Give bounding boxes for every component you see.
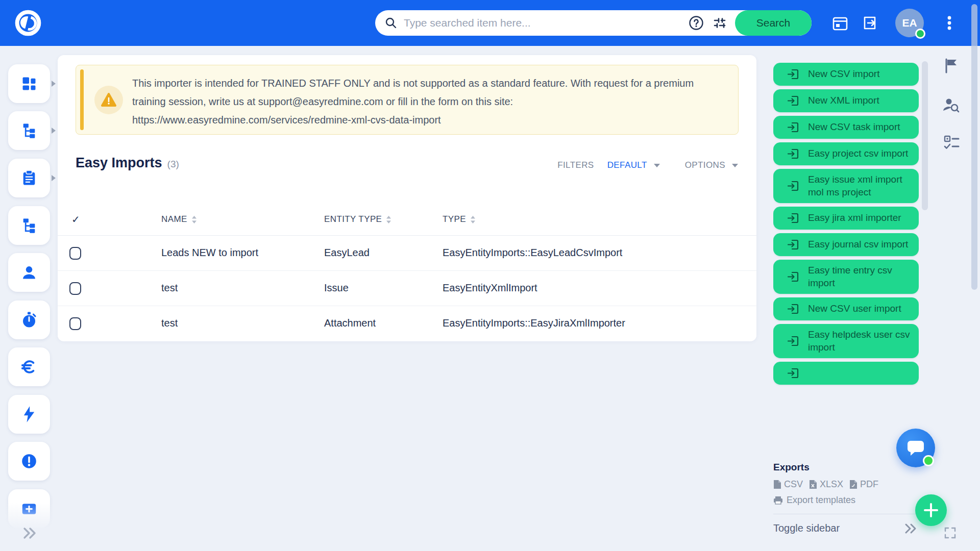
avatar[interactable]: EA	[895, 9, 924, 37]
select-all-check[interactable]: ✓	[71, 213, 80, 226]
user-search-icon[interactable]	[942, 97, 960, 113]
cell-type: EasyEntityXmlImport	[443, 282, 537, 294]
cell-entity-type: Issue	[324, 282, 349, 294]
actions-scrollbar[interactable]	[922, 61, 928, 210]
export-pdf-link[interactable]: PDF	[849, 479, 878, 490]
sidebar-item-hierarchy[interactable]	[8, 206, 50, 245]
warning-icon-wrap	[94, 86, 123, 114]
sidebar-item-money[interactable]	[8, 347, 50, 386]
help-icon[interactable]	[688, 15, 704, 31]
import-icon	[787, 179, 800, 193]
column-header-name[interactable]: NAME	[161, 214, 197, 224]
action-new-csv-user-import[interactable]: New CSV user import	[773, 297, 919, 320]
kebab-menu-icon[interactable]	[943, 14, 955, 32]
double-chevron-right-icon[interactable]	[903, 523, 919, 534]
search-filters-icon[interactable]	[712, 15, 728, 31]
import-actions-panel: New CSV import New XML import New CSV ta…	[773, 63, 919, 467]
plus-icon	[923, 503, 939, 518]
row-checkbox[interactable]	[69, 282, 81, 295]
options-dropdown[interactable]: OPTIONS	[685, 160, 725, 170]
online-status-dot	[915, 29, 925, 39]
sidebar-item-time-tracking[interactable]	[8, 300, 50, 339]
add-button[interactable]	[915, 494, 947, 526]
action-new-xml-import[interactable]: New XML import	[773, 89, 919, 112]
table-row[interactable]: test Issue EasyEntityXmlImport	[58, 271, 756, 306]
action-label: Easy project csv import	[808, 147, 908, 160]
calendar-icon[interactable]	[831, 14, 849, 32]
sort-icon[interactable]	[386, 216, 391, 223]
main-content-panel: This importer is intended for TRAINED ST…	[58, 55, 756, 341]
action-new-csv-task-import[interactable]: New CSV task import	[773, 116, 919, 139]
chevron-down-icon[interactable]	[653, 163, 660, 168]
import-icon	[787, 67, 800, 81]
sort-icon[interactable]	[191, 216, 197, 223]
chat-bubble-icon	[905, 438, 926, 458]
action-easy-issue-xml-import[interactable]: Easy issue xml import mol ms project	[773, 169, 919, 203]
stopwatch-icon	[20, 311, 38, 329]
app-logo-icon[interactable]	[14, 9, 42, 37]
action-label: New CSV task import	[808, 121, 900, 134]
column-header-type[interactable]: TYPE	[443, 214, 476, 224]
filters-label[interactable]: FILTERS	[557, 160, 594, 170]
clipboard-icon	[20, 169, 38, 187]
avatar-initials: EA	[902, 17, 917, 29]
export-xlsx-link[interactable]: XLSX	[809, 479, 843, 490]
cell-entity-type: EasyLead	[324, 247, 370, 259]
chevron-right-icon[interactable]	[51, 80, 57, 87]
sidebar-item-projects[interactable]	[8, 111, 50, 150]
sidebar-item-tasks[interactable]	[8, 159, 50, 197]
search-icon	[384, 16, 398, 30]
action-clipped[interactable]	[773, 362, 919, 385]
export-templates-link[interactable]: Export templates	[773, 495, 919, 506]
row-checkbox[interactable]	[69, 317, 81, 330]
page-title: Easy Imports	[76, 155, 162, 171]
chevron-right-icon[interactable]	[51, 174, 57, 182]
printer-icon	[773, 496, 783, 505]
flag-icon[interactable]	[944, 58, 959, 73]
toggle-sidebar-button[interactable]: Toggle sidebar	[773, 522, 903, 534]
cell-name: test	[161, 282, 178, 294]
action-easy-project-csv-import[interactable]: Easy project csv import	[773, 142, 919, 165]
global-search-bar: Search	[375, 10, 812, 36]
export-csv-link[interactable]: CSV	[773, 479, 803, 490]
action-label: Easy jira xml importer	[808, 212, 901, 224]
action-easy-helpdesk-user-csv-import[interactable]: Easy helpdesk user csv import	[773, 324, 919, 358]
chevron-down-icon[interactable]	[731, 163, 739, 168]
action-easy-journal-csv-import[interactable]: Easy journal csv import	[773, 233, 919, 256]
action-label: Easy time entry csv import	[808, 264, 914, 289]
sort-icon[interactable]	[470, 216, 476, 223]
warning-banner: This importer is intended for TRAINED ST…	[76, 65, 739, 135]
file-icon	[809, 480, 817, 489]
checklist-icon[interactable]	[943, 135, 960, 150]
sidebar-item-quick-actions[interactable]	[8, 395, 50, 434]
tree-icon	[20, 217, 38, 234]
table-row[interactable]: test Attachment EasyEntityImports::EasyJ…	[58, 306, 756, 341]
fullscreen-icon[interactable]	[944, 527, 956, 539]
import-icon	[787, 334, 800, 348]
chat-online-dot	[923, 455, 934, 466]
divider	[773, 514, 919, 514]
chat-button[interactable]	[896, 429, 935, 467]
sidebar-expand-icon[interactable]	[21, 527, 39, 540]
imports-table: ✓ NAME ENTITY TYPE TYPE Leads NEW to imp…	[58, 204, 756, 341]
import-icon	[787, 94, 800, 108]
row-checkbox[interactable]	[69, 247, 81, 260]
person-icon	[20, 264, 38, 281]
sidebar-item-alerts[interactable]	[8, 442, 50, 481]
chevron-right-icon[interactable]	[51, 127, 57, 134]
search-input[interactable]	[398, 17, 688, 29]
table-row[interactable]: Leads NEW to import EasyLead EasyEntityI…	[58, 236, 756, 271]
logout-icon[interactable]	[861, 14, 879, 32]
sidebar-item-dashboard[interactable]	[8, 64, 50, 103]
cell-name: Leads NEW to import	[161, 247, 258, 259]
filters-default-dropdown[interactable]: DEFAULT	[607, 160, 647, 170]
action-easy-time-entry-csv-import[interactable]: Easy time entry csv import	[773, 260, 919, 294]
search-button[interactable]: Search	[735, 10, 812, 36]
sidebar-item-users[interactable]	[8, 253, 50, 292]
action-easy-jira-xml-importer[interactable]: Easy jira xml importer	[773, 207, 919, 230]
action-new-csv-import[interactable]: New CSV import	[773, 63, 919, 86]
action-label: New XML import	[808, 94, 879, 107]
exports-title: Exports	[773, 462, 919, 473]
page-scrollbar[interactable]	[971, 4, 977, 290]
column-header-entity-type[interactable]: ENTITY TYPE	[324, 214, 391, 224]
